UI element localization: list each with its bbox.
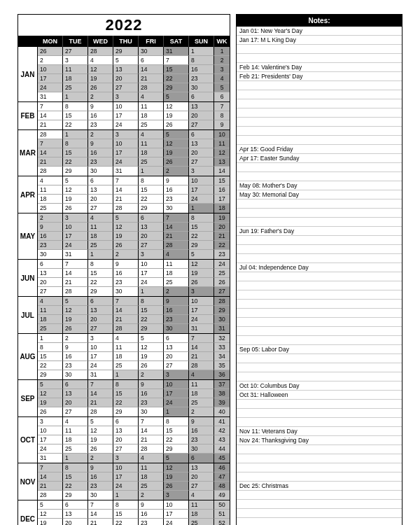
week-row: 2122232425262713 — [38, 158, 230, 167]
day-cell: 6 — [189, 92, 214, 102]
day-cell: 17 — [164, 389, 189, 398]
note-line — [237, 118, 402, 127]
note-line — [237, 400, 402, 409]
week-number: 41 — [214, 417, 230, 426]
week-number: 50 — [214, 500, 230, 510]
month-label: SEP — [18, 380, 38, 416]
day-cell: 24 — [113, 120, 139, 130]
day-cell: 21 — [139, 74, 164, 83]
day-cell: 1 — [38, 334, 63, 343]
day-header-tue: TUE — [63, 36, 88, 47]
day-cell: 25 — [88, 241, 113, 250]
day-cell: 26 — [164, 120, 189, 130]
day-cell: 14 — [38, 148, 63, 158]
day-header-fri: FRI — [139, 36, 164, 47]
day-cell: 22 — [38, 361, 63, 370]
day-cell: 17 — [139, 269, 164, 278]
day-cell: 8 — [88, 260, 113, 269]
week-number: 46 — [214, 463, 230, 472]
day-cell: 30 — [139, 407, 164, 416]
day-cell: 24 — [113, 482, 139, 491]
day-cell: 1 — [63, 130, 88, 139]
note-line — [237, 300, 402, 309]
day-cell: 5 — [38, 500, 63, 510]
week-row: 252627282930118 — [38, 204, 230, 213]
week-row: 242526272829305 — [38, 83, 230, 92]
day-cell: 19 — [164, 472, 189, 482]
week-row: 2425262728293044 — [38, 444, 230, 454]
day-cell: 22 — [63, 482, 88, 491]
day-cell: 6 — [164, 334, 189, 343]
week-row: 678910111224 — [38, 260, 230, 269]
week-number: 24 — [214, 260, 230, 269]
note-line: Jan 01: New Year's Day — [237, 27, 402, 36]
day-cell: 21 — [38, 158, 63, 167]
day-cell: 28 — [139, 83, 164, 92]
day-cell: 12 — [164, 463, 189, 472]
day-cell: 27 — [189, 120, 214, 130]
day-cell: 5 — [164, 130, 189, 139]
day-cell: 29 — [38, 370, 63, 379]
day-cell: 30 — [139, 47, 164, 56]
day-cell: 20 — [189, 148, 214, 158]
week-number: 52 — [214, 519, 230, 525]
day-cell: 17 — [63, 232, 88, 241]
week-number: 23 — [214, 250, 230, 259]
day-header-row: MONTUEWEDTHUFRISATSUNWK — [18, 36, 230, 47]
day-cell: 13 — [63, 389, 88, 398]
day-cell: 26 — [113, 241, 139, 250]
day-cell: 15 — [63, 472, 88, 482]
week-row: 2122232425262748 — [38, 482, 230, 491]
week-row: 789101112137 — [38, 102, 230, 111]
day-cell: 4 — [139, 130, 164, 139]
day-cell: 2 — [164, 287, 189, 296]
day-cell: 24 — [164, 398, 189, 407]
week-row: 2324252627282922 — [38, 241, 230, 250]
day-cell: 8 — [63, 102, 88, 111]
day-cell: 24 — [63, 241, 88, 250]
note-line: Apr 17: Easter Sunday — [237, 154, 402, 163]
note-line — [237, 90, 402, 99]
week-row: 7891011121346 — [38, 463, 230, 472]
week-row: 1213141516171851 — [38, 510, 230, 519]
week-number: 17 — [214, 195, 230, 204]
day-cell: 8 — [189, 56, 214, 65]
week-number: 8 — [214, 111, 230, 120]
day-cell: 4 — [88, 214, 113, 223]
day-cell: 4 — [113, 334, 139, 343]
note-line: Nov 24: Thanksgiving Day — [237, 436, 402, 445]
day-cell: 12 — [38, 389, 63, 398]
week-row: 1011121314151642 — [38, 426, 230, 435]
day-cell: 16 — [88, 148, 113, 158]
note-line — [237, 491, 402, 500]
day-cell: 18 — [189, 510, 214, 519]
day-cell: 17 — [113, 111, 139, 120]
day-cell: 29 — [139, 324, 164, 333]
week-row: 1213141516171838 — [38, 389, 230, 398]
day-cell: 31 — [38, 92, 63, 102]
day-cell: 1 — [139, 287, 164, 296]
notes-body: Jan 01: New Year's DayJan 17: M L King D… — [237, 27, 402, 518]
day-cell: 7 — [164, 214, 189, 223]
day-cell: 3 — [189, 167, 214, 176]
day-cell: 19 — [113, 232, 139, 241]
week-number: 11 — [214, 139, 230, 148]
week-row: 1819202122232430 — [38, 315, 230, 324]
week-row: 56789101137 — [38, 380, 230, 389]
week-number: 51 — [214, 510, 230, 519]
day-cell: 23 — [139, 519, 164, 525]
day-cell: 27 — [113, 444, 139, 454]
week-row: 26272829301240 — [38, 407, 230, 416]
day-cell: 9 — [139, 500, 164, 510]
day-cell: 18 — [63, 74, 88, 83]
month-label: OCT — [18, 417, 38, 463]
week-number: 48 — [214, 482, 230, 491]
note-line: May 30: Memorial Day — [237, 190, 402, 200]
day-cell: 4 — [88, 56, 113, 65]
day-cell: 30 — [164, 324, 189, 333]
day-cell: 14 — [164, 223, 189, 232]
day-cell: 16 — [63, 352, 88, 361]
day-cell: 11 — [63, 65, 88, 74]
day-cell: 1 — [113, 491, 139, 500]
day-cell: 19 — [38, 398, 63, 407]
